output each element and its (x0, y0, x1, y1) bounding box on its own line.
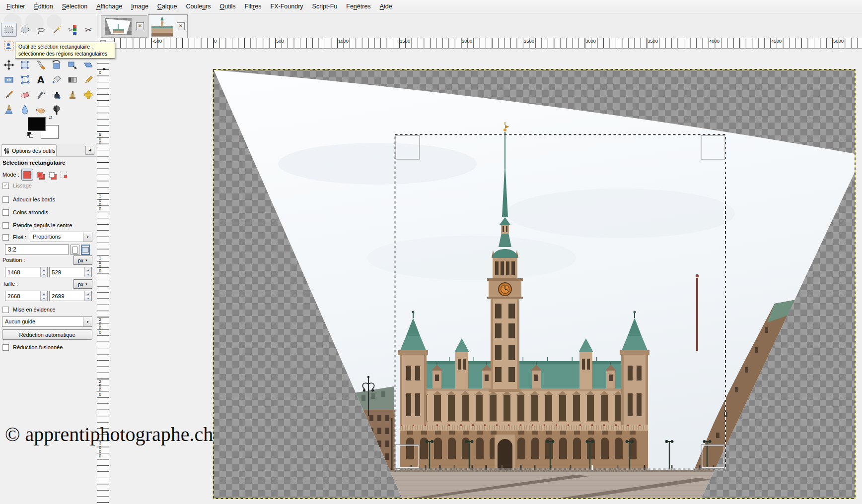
tab-tool-options[interactable]: Options des outils (1, 144, 57, 156)
reset-colors-icon[interactable] (27, 132, 32, 137)
tool-ink[interactable] (49, 88, 65, 102)
menubar-items[interactable]: FichierÉditionSélectionAffichageImageCal… (0, 0, 862, 13)
tool-rectangle-select[interactable] (1, 23, 17, 37)
antialiasing-checkbox[interactable] (2, 183, 9, 189)
spin-up-icon[interactable]: ▲ (41, 267, 47, 272)
canvas-viewport[interactable] (109, 49, 862, 504)
color-swatches: ⇄ (28, 117, 63, 142)
mode-intersect-button[interactable] (59, 170, 69, 180)
image-tab-2-thumbnail[interactable] (150, 15, 174, 37)
size-w-field[interactable] (5, 291, 40, 301)
tool-scissors-select[interactable]: ✂ (80, 23, 96, 37)
position-y-field[interactable] (50, 267, 84, 277)
hruler-label: 4500 (771, 38, 782, 44)
tool-align[interactable] (17, 58, 33, 72)
spin-down-icon[interactable]: ▼ (85, 272, 91, 277)
menu-FX-Foundry[interactable]: FX-Foundry (266, 1, 308, 12)
tool-heal[interactable] (80, 88, 96, 102)
position-unit-button[interactable]: px▼ (73, 255, 92, 265)
spin-down-icon[interactable]: ▼ (85, 296, 91, 301)
spin-up-icon[interactable]: ▲ (41, 291, 47, 296)
mode-replace-button[interactable] (21, 169, 33, 181)
pencil-icon (83, 74, 94, 85)
menu-Image[interactable]: Image (127, 1, 153, 12)
tool-flip[interactable] (1, 73, 17, 87)
tool-free-select[interactable] (33, 23, 49, 37)
tab2-close-button[interactable]: ✕ (177, 22, 185, 30)
tool-dodge-burn[interactable] (49, 103, 65, 117)
tool-select-by-color[interactable] (65, 23, 80, 37)
expand-from-center-checkbox[interactable] (2, 222, 9, 229)
size-unit-button[interactable]: px▼ (73, 279, 92, 289)
tab1-close-button[interactable]: ✕ (136, 22, 144, 30)
spinner-arrows[interactable]: ▲▼ (84, 291, 91, 301)
spin-down-icon[interactable]: ▼ (41, 296, 47, 301)
tool-smudge[interactable] (33, 103, 49, 117)
menu-Aide[interactable]: Aide (375, 1, 397, 12)
tool-pencil[interactable] (80, 73, 96, 87)
tool-gradient[interactable] (65, 73, 80, 87)
tool-bucket-fill[interactable] (49, 73, 65, 87)
spin-down-icon[interactable]: ▼ (41, 272, 47, 277)
ratio-input[interactable] (5, 244, 69, 255)
rectangle-select-icon (3, 24, 14, 35)
menu-Script-Fu[interactable]: Script-Fu (308, 1, 342, 12)
tool-text[interactable]: A (33, 73, 49, 87)
menu-Sélection[interactable]: Sélection (58, 1, 92, 12)
menu-Édition[interactable]: Édition (30, 1, 58, 12)
feather-edges-checkbox[interactable] (2, 196, 9, 203)
foreground-color-swatch[interactable] (28, 117, 46, 131)
ink-icon (51, 89, 62, 100)
spinner-arrows[interactable]: ▲▼ (40, 267, 47, 277)
tool-blur-sharpen[interactable] (17, 103, 33, 117)
tool-fuzzy-select[interactable] (49, 23, 65, 37)
mode-subtract-button[interactable] (47, 170, 57, 180)
tool-airbrush[interactable] (33, 88, 49, 102)
menu-Filtres[interactable]: Filtres (240, 1, 266, 12)
menu-Outils[interactable]: Outils (216, 1, 240, 12)
guides-dropdown[interactable]: Aucun guide ▼ (2, 316, 92, 327)
tool-shear[interactable] (80, 58, 96, 72)
tool-ellipse-select[interactable] (17, 23, 33, 37)
bucket-icon (51, 74, 62, 85)
spin-up-icon[interactable]: ▲ (85, 291, 91, 296)
position-x-field[interactable] (5, 267, 40, 277)
rounded-corners-checkbox[interactable] (2, 209, 9, 216)
tool-scale[interactable] (65, 58, 80, 72)
tool-perspective-clone[interactable] (1, 103, 17, 117)
size-h-field[interactable] (50, 291, 84, 301)
image-tab-1[interactable]: ✕ (101, 15, 147, 38)
airbrush-icon (35, 89, 46, 100)
tool-clone[interactable] (65, 88, 80, 102)
spin-up-icon[interactable]: ▲ (85, 267, 91, 272)
mode-add-button[interactable] (35, 170, 45, 180)
horizontal-ruler[interactable]: -500050010001500200025003000350040004500… (97, 38, 862, 49)
portrait-icon (72, 247, 77, 253)
highlight-checkbox[interactable] (2, 307, 9, 313)
swap-colors-icon[interactable]: ⇄ (49, 115, 53, 120)
fixed-checkbox[interactable] (2, 234, 9, 241)
image-tab-2-selected[interactable]: ✕ (148, 14, 188, 38)
menu-Couleurs[interactable]: Couleurs (181, 1, 215, 12)
tool-move[interactable] (1, 58, 17, 72)
tool-cage-transform[interactable] (17, 73, 33, 87)
mode-subtract-icon (49, 172, 55, 178)
menu-Fichier[interactable]: Fichier (2, 1, 30, 12)
tool-rotate[interactable] (49, 58, 65, 72)
auto-shrink-button[interactable]: Réduction automatique (2, 329, 92, 340)
spinner-arrows[interactable]: ▲▼ (84, 267, 91, 277)
shrink-merged-checkbox[interactable] (2, 344, 9, 351)
portrait-orientation-button[interactable] (71, 245, 79, 255)
menu-Affichage[interactable]: Affichage (92, 1, 127, 12)
tool-options-tabrow: Options des outils ◀ (0, 144, 97, 157)
tool-paintbrush[interactable] (1, 88, 17, 102)
tool-eraser[interactable] (17, 88, 33, 102)
tool-crop[interactable] (33, 58, 49, 72)
fixed-dropdown[interactable]: Proportions ▼ (30, 232, 92, 242)
spinner-arrows[interactable]: ▲▼ (40, 291, 47, 301)
image-tab-1-thumbnail[interactable] (105, 18, 132, 35)
menu-Fenêtres[interactable]: Fenêtres (342, 1, 375, 12)
dock-collapse-button[interactable]: ◀ (85, 146, 94, 155)
menu-Calque[interactable]: Calque (153, 1, 182, 12)
landscape-orientation-button[interactable] (81, 245, 90, 255)
